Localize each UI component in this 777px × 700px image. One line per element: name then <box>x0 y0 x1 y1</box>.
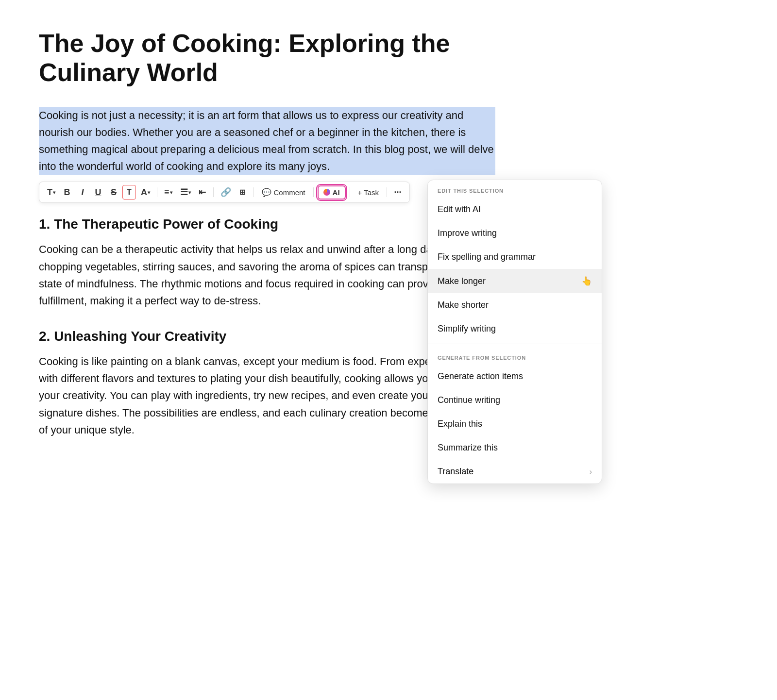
translate-arrow-icon: › <box>590 467 592 476</box>
section2-heading: 2. Unleashing Your Creativity <box>39 329 495 344</box>
text-format-label: T <box>47 187 52 198</box>
underline-button[interactable]: U <box>91 185 105 200</box>
formatting-toolbar: T ▾ B I U S T A ▾ ≡ ▾ ☰ ▾ ⇤ <box>39 182 410 203</box>
ai-button[interactable]: AI <box>318 185 346 200</box>
divider-1 <box>157 187 157 197</box>
menu-separator <box>428 344 602 344</box>
divider-3 <box>253 187 254 197</box>
make-longer-label: Make longer <box>438 276 486 286</box>
bold-button[interactable]: B <box>60 185 74 200</box>
menu-item-simplify-writing[interactable]: Simplify writing <box>428 317 602 341</box>
align-button[interactable]: ≡ ▾ <box>161 185 175 200</box>
divider-6 <box>387 187 387 197</box>
more-options-icon: ··· <box>394 187 402 198</box>
fix-spelling-label: Fix spelling and grammar <box>438 252 536 262</box>
section1-heading: 1. The Therapeutic Power of Cooking <box>39 217 495 232</box>
ai-dropdown-menu: EDIT THIS SELECTION Edit with AI Improve… <box>427 180 602 484</box>
font-color-button[interactable]: A ▾ <box>138 185 153 200</box>
section1-text: Cooking can be a therapeutic activity th… <box>39 241 495 309</box>
list-button[interactable]: ☰ ▾ <box>177 185 194 200</box>
menu-item-make-longer[interactable]: Make longer 👆 <box>428 269 602 293</box>
text-format-dropdown-icon: ▾ <box>53 190 55 195</box>
menu-item-improve-writing[interactable]: Improve writing <box>428 221 602 245</box>
explain-this-label: Explain this <box>438 419 482 429</box>
menu-item-fix-spelling[interactable]: Fix spelling and grammar <box>428 245 602 269</box>
continue-writing-label: Continue writing <box>438 395 500 405</box>
table-button[interactable]: ⊞ <box>236 185 250 200</box>
translate-label: Translate <box>438 467 473 477</box>
strikethrough-button[interactable]: S <box>107 185 120 200</box>
comment-icon: 💬 <box>262 188 271 197</box>
edit-with-ai-label: Edit with AI <box>438 204 481 215</box>
cursor-icon: 👆 <box>581 276 592 286</box>
generate-action-items-label: Generate action items <box>438 371 523 382</box>
edit-section-label: EDIT THIS SELECTION <box>428 180 602 198</box>
menu-item-summarize-this[interactable]: Summarize this <box>428 436 602 460</box>
make-shorter-label: Make shorter <box>438 300 489 310</box>
menu-item-make-shorter[interactable]: Make shorter <box>428 293 602 317</box>
divider-2 <box>213 187 214 197</box>
link-icon: 🔗 <box>220 187 231 198</box>
menu-item-generate-action-items[interactable]: Generate action items <box>428 365 602 388</box>
outdent-button[interactable]: ⇤ <box>196 185 209 200</box>
generate-section-label: GENERATE FROM SELECTION <box>428 347 602 365</box>
simplify-writing-label: Simplify writing <box>438 324 496 334</box>
link-button[interactable]: 🔗 <box>218 185 234 200</box>
menu-item-translate[interactable]: Translate › <box>428 460 602 483</box>
comment-button[interactable]: 💬 Comment <box>258 186 309 199</box>
outdent-icon: ⇤ <box>199 187 206 198</box>
menu-item-continue-writing[interactable]: Continue writing <box>428 388 602 412</box>
divider-5 <box>350 187 350 197</box>
improve-writing-label: Improve writing <box>438 228 497 238</box>
task-button[interactable]: + Task <box>354 186 383 199</box>
section2-text: Cooking is like painting on a blank canv… <box>39 353 495 438</box>
ai-dot-icon <box>323 189 330 196</box>
list-icon: ☰ <box>180 187 188 198</box>
italic-button[interactable]: I <box>76 185 89 200</box>
highlight-button[interactable]: T <box>122 185 136 200</box>
summarize-this-label: Summarize this <box>438 443 498 453</box>
text-format-button[interactable]: T ▾ <box>44 185 58 200</box>
more-options-button[interactable]: ··· <box>391 185 405 200</box>
menu-item-edit-with-ai[interactable]: Edit with AI <box>428 198 602 221</box>
menu-item-explain-this[interactable]: Explain this <box>428 412 602 436</box>
table-icon: ⊞ <box>239 188 246 197</box>
document-title: The Joy of Cooking: Exploring the Culina… <box>39 29 495 87</box>
selected-paragraph: Cooking is not just a necessity; it is a… <box>39 107 495 175</box>
divider-4 <box>313 187 314 197</box>
